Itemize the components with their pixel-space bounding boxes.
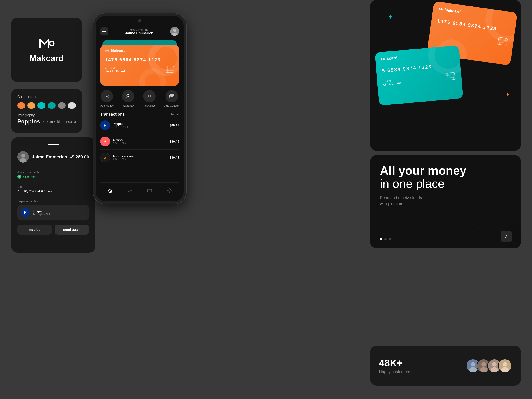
withdraw-label: Withdraw xyxy=(123,104,134,107)
phone-mockup: Good morning Jaime Emmerich xyxy=(93,13,186,204)
add-contact-action[interactable]: Add Contact xyxy=(165,90,179,107)
logo-panel: Makcard xyxy=(11,18,82,82)
swatch-2 xyxy=(27,102,35,109)
phone-screen-container: Good morning Jaime Emmerich xyxy=(96,16,184,201)
svg-point-38 xyxy=(492,362,497,367)
card-brand-name: Makcard xyxy=(111,49,126,53)
pay-collect-label: Pay/Collect xyxy=(143,104,156,107)
add-money-icon xyxy=(104,94,109,99)
airbnb-name: Airbnb xyxy=(113,138,170,142)
home-icon xyxy=(108,188,113,193)
settings-icon xyxy=(167,188,172,193)
card-nav-icon xyxy=(147,188,152,193)
svg-point-33 xyxy=(469,367,477,372)
add-contact-label: Add Contact xyxy=(165,104,179,107)
date-value: Apr 16, 2023 at 9:28am xyxy=(17,189,89,193)
svg-point-39 xyxy=(491,367,498,372)
transaction-item-airbnb[interactable]: ✦ Airbnb 7 Sep, 2023 $80.45 xyxy=(100,137,179,146)
paypal-name: Paypal xyxy=(113,122,170,126)
airbnb-trans-icon: ✦ xyxy=(100,137,110,146)
pay-collect-action[interactable]: Pay/Collect xyxy=(143,90,156,107)
add-money-button[interactable] xyxy=(101,90,113,102)
amazon-amount: $80.45 xyxy=(170,156,179,159)
header-avatar[interactable] xyxy=(170,27,179,36)
transactions-title: Transactions xyxy=(100,112,125,117)
pay-collect-button[interactable] xyxy=(143,90,156,102)
sparkle-icon-2: ✦ xyxy=(505,91,510,98)
sender-label: Jaime Emmerich xyxy=(17,171,89,174)
date-label: Date xyxy=(17,185,89,188)
send-again-button[interactable]: Send again xyxy=(55,225,89,234)
hero-title-main: All your money xyxy=(380,164,511,177)
transaction-amount: -$ 289.00 xyxy=(70,154,89,160)
font-weight1: SemiBold xyxy=(46,120,60,123)
phone-outer-shell: Good morning Jaime Emmerich xyxy=(93,13,186,204)
svg-point-2 xyxy=(20,158,26,163)
customers-avatars xyxy=(466,359,512,373)
svg-rect-14 xyxy=(170,95,174,98)
nav-home[interactable] xyxy=(105,186,115,196)
svg-point-41 xyxy=(503,362,507,367)
typography-value: Poppins ● SemiBold ● Regular xyxy=(17,118,76,125)
teal-card-visual: kcard 5 6584 9874 1123 h holder ck H. Em… xyxy=(375,45,463,106)
invoice-button[interactable]: Invoice xyxy=(17,225,52,234)
transaction-item-amazon[interactable]: a Amazone.com 6 Sep, 2023 $80.45 xyxy=(100,153,179,163)
palette-title: Color palette xyxy=(17,95,76,99)
carousel-dot-2[interactable] xyxy=(384,238,386,240)
swatch-1 xyxy=(17,102,25,109)
add-money-action[interactable]: Add Money xyxy=(100,90,114,107)
card-brand-icon xyxy=(105,49,109,52)
withdraw-action[interactable]: Withdraw xyxy=(122,90,134,107)
carousel-dot-3[interactable] xyxy=(389,238,391,240)
customers-label: Happy customers xyxy=(379,369,410,374)
svg-point-36 xyxy=(480,367,488,372)
paypal-trans-info: Paypal 12 Sep , 2023 xyxy=(113,122,170,128)
paypal-icon: P xyxy=(21,208,30,217)
swatch-6 xyxy=(68,102,76,109)
palette-panel: Color palette Typography Poppins ● SemiB… xyxy=(11,89,82,133)
color-swatches xyxy=(17,102,76,109)
svg-line-28 xyxy=(454,182,521,232)
add-contact-icon xyxy=(169,94,174,99)
transactions-header: Transactions See all xyxy=(100,112,179,117)
makcard-logo-icon xyxy=(38,37,55,50)
card-front[interactable]: Makcard 1475 6584 9874 1123 Card holder … xyxy=(100,45,179,86)
withdraw-icon xyxy=(126,94,131,99)
airbnb-date: 7 Sep, 2023 xyxy=(113,142,170,145)
swatch-3 xyxy=(38,102,45,109)
payment-name: Paypal xyxy=(32,209,50,213)
amazon-trans-info: Amazone.com 6 Sep, 2023 xyxy=(113,154,170,161)
carousel-dot-1[interactable] xyxy=(380,238,382,240)
paypal-amount: $80.45 xyxy=(170,123,179,127)
nav-chart[interactable] xyxy=(125,186,135,196)
amazon-name: Amazone.com xyxy=(113,154,170,158)
status-text: Successful xyxy=(23,175,39,179)
phone-header: Good morning Jaime Emmerich xyxy=(100,27,179,36)
chart-icon xyxy=(127,188,132,193)
svg-line-29 xyxy=(477,182,521,215)
bottom-nav xyxy=(100,183,179,197)
svg-point-13 xyxy=(128,94,129,95)
transaction-user-name: Jaime Emmerich xyxy=(32,154,70,160)
menu-button[interactable] xyxy=(100,27,108,35)
carousel-dots xyxy=(380,238,391,240)
nav-settings[interactable] xyxy=(165,186,174,196)
svg-point-16 xyxy=(169,190,170,191)
see-all-link[interactable]: See all xyxy=(170,113,179,116)
payment-method-label: Payment method xyxy=(17,200,89,203)
add-contact-button[interactable] xyxy=(165,90,178,102)
svg-rect-15 xyxy=(147,189,151,192)
nav-card[interactable] xyxy=(145,186,154,196)
font-weight2: Regular xyxy=(66,120,77,123)
withdraw-button[interactable] xyxy=(122,90,134,102)
customers-count: 48K+ xyxy=(379,358,410,369)
add-money-label: Add Money xyxy=(100,104,114,107)
carousel-next-button[interactable] xyxy=(500,231,512,242)
greeting-text: Good morning xyxy=(125,28,153,31)
transaction-item-paypal[interactable]: P Paypal 12 Sep , 2023 $80.45 xyxy=(100,120,179,130)
svg-point-1 xyxy=(21,154,25,158)
hero-panel: All your money in one place Send and rec… xyxy=(370,155,521,248)
customers-panel: 48K+ Happy customers xyxy=(370,346,521,386)
hamburger-icon xyxy=(102,30,106,33)
chevron-right-icon xyxy=(504,234,508,239)
